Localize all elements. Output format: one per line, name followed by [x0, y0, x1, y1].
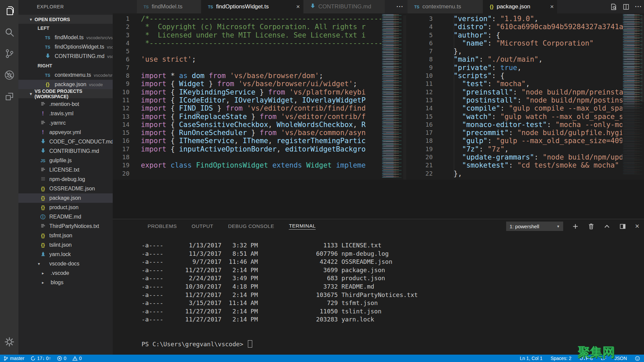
editor-body-right[interactable]: 345678910111213141516171819202122 "versi… [408, 13, 644, 219]
panel-tab-problems[interactable]: PROBLEMS [148, 223, 177, 230]
status-sync[interactable]: 17↓ 0↑ [31, 356, 51, 361]
minimap[interactable] [381, 14, 403, 178]
status-errors[interactable]: 0 [57, 356, 66, 361]
status-encoding[interactable]: UTF-8 [580, 356, 593, 361]
workspace-header-label: VS CODE PROJECTS (WORKSPACE) [35, 88, 113, 99]
tab-label: findOptionsWidget.ts [216, 3, 269, 10]
line-number-gutter: 1234567891011121314151617181920 [113, 15, 138, 178]
close-icon[interactable]: × [293, 3, 300, 10]
tree-item[interactable]: .mention-bot [18, 100, 113, 109]
list-file-icon [40, 101, 46, 108]
workspace-section-header[interactable]: ▾ VS CODE PROJECTS (WORKSPACE) [18, 89, 113, 98]
status-errors-label: 0 [64, 356, 66, 361]
open-preview-button[interactable] [610, 3, 617, 10]
tree-item[interactable]: .yarnrc [18, 118, 113, 128]
close-panel-button[interactable]: × [635, 223, 639, 230]
tree-item[interactable]: JSgulpfile.js [18, 156, 113, 165]
feedback-smiley-button[interactable] [635, 356, 640, 361]
activitybar-explorer[interactable] [0, 0, 18, 21]
tree-item[interactable]: CODE_OF_CONDUCT.md [18, 137, 113, 146]
code-line: "postinstall": "node build/npm/postinsta [445, 96, 623, 104]
tree-item-label: tsfmt.json [49, 233, 72, 239]
panel-tab-debug-console[interactable]: DEBUG CONSOLE [228, 223, 274, 230]
code-line: "author": { [445, 31, 623, 39]
tree-item[interactable]: {}tsfmt.json [18, 231, 113, 240]
tree-item[interactable]: CONTRIBUTING.md [18, 146, 113, 156]
open-editor-item[interactable]: CONTRIBUTING.mdvscode [18, 52, 113, 61]
status-eol[interactable]: LF [601, 356, 606, 361]
tree-item-label: yarn.lock [49, 251, 71, 257]
editor-body-left[interactable]: 1234567891011121314151617181920/*-------… [113, 13, 408, 219]
open-editor-label: contextmenu.tsvscode/src/... [55, 72, 113, 78]
kill-terminal-button[interactable] [588, 223, 595, 230]
chevron-right-icon: ▸ [42, 271, 44, 276]
tree-item[interactable]: !appveyor.yml [18, 128, 113, 137]
tree-folder[interactable]: ▾vscode-docs [18, 259, 113, 268]
open-editor-item[interactable]: TScontextmenu.tsvscode/src/... [18, 70, 113, 80]
tab-package.json[interactable]: {}package.json× [483, 0, 557, 13]
tree-item-label: product.json [49, 204, 78, 210]
activitybar-source-control[interactable] [0, 43, 18, 64]
maximize-panel-button[interactable] [603, 223, 610, 230]
tree-item[interactable]: ⓘREADME.md [18, 212, 113, 222]
tree-folder-label: vscode-docs [49, 261, 79, 267]
tab-contextmenu.ts[interactable]: TScontextmenu.ts [408, 0, 483, 13]
terminal-picker-dropdown[interactable]: 1: powershell ▼ [506, 222, 563, 231]
tree-item-label: gulpfile.js [49, 158, 72, 164]
tree-item[interactable]: {}OSSREADME.json [18, 184, 113, 193]
new-terminal-button[interactable] [572, 223, 579, 230]
move-panel-button[interactable] [619, 223, 626, 230]
activitybar-search[interactable] [0, 21, 18, 43]
vscode-window: EXPLORER ▾ OPEN EDITORS ▾ VS CODE PROJEC… [0, 0, 644, 362]
activitybar-settings[interactable] [0, 331, 18, 353]
open-editor-item[interactable]: TSfindOptionsWidget.tsvsco... [18, 42, 113, 52]
tree-folder[interactable]: ▸blogs [18, 278, 113, 287]
tab-findModel.ts[interactable]: TSfindModel.ts [137, 0, 201, 13]
activitybar-debug[interactable] [0, 64, 18, 86]
more-tabs-button[interactable]: ··· [396, 0, 404, 13]
tree-item-label: npm-debug.log [49, 176, 85, 182]
status-git-branch[interactable]: master [3, 356, 24, 361]
status-cursor-position[interactable]: Ln 1, Col 1 [520, 356, 543, 361]
panel-tab-output[interactable]: OUTPUT [192, 223, 213, 230]
tree-item[interactable]: {}package.json [18, 193, 113, 203]
code-line: "scripts": { [445, 72, 623, 80]
tab-CONTRIBUTING.md[interactable]: CONTRIBUTING.md [304, 0, 385, 13]
status-warnings[interactable]: 0 [72, 356, 82, 361]
close-icon[interactable]: × [547, 3, 554, 10]
split-editor-button[interactable] [623, 3, 630, 10]
js-file-icon: JS [40, 158, 46, 164]
tree-item[interactable]: npm-debug.log [18, 175, 113, 184]
branch-icon [3, 356, 8, 361]
list-file-icon [40, 167, 46, 173]
panel-tab-terminal[interactable]: TERMINAL [289, 223, 316, 230]
terminal-output[interactable]: -a---- 1/13/2017 3:32 PM 1133 LICENSE.tx… [142, 241, 418, 349]
tree-item[interactable]: {}product.json [18, 203, 113, 212]
editor-scrollbar[interactable] [641, 15, 644, 102]
open-editor-detail: vscode/src/... [94, 73, 113, 78]
status-language-mode[interactable]: JSON [614, 356, 627, 361]
code-line: import { CaseSensitiveCheckbox, WholeWor… [141, 121, 381, 129]
tree-item[interactable]: {}tslint.json [18, 240, 113, 250]
status-indentation[interactable]: Spaces: 2 [550, 356, 571, 361]
editor-scrollbar[interactable] [403, 15, 406, 183]
yarn-file-icon [40, 251, 46, 258]
tree-folder[interactable]: ▸.vscode [18, 268, 113, 278]
open-editor-item[interactable]: TSfindModel.tsvscode/src/vs/... [18, 33, 113, 42]
tree-item[interactable]: LICENSE.txt [18, 165, 113, 175]
ts-file-icon: TS [44, 72, 51, 78]
bang-file-icon: ! [40, 111, 46, 117]
code-line: * Licensed under the MIT License. See Li… [141, 31, 381, 39]
code-line: "private": true, [445, 64, 623, 72]
tree-item[interactable]: !.travis.yml [18, 109, 113, 118]
open-editor-detail: vscode/src/vs/... [86, 35, 113, 40]
tab-findOptionsWidget.ts[interactable]: TSfindOptionsWidget.ts× [201, 0, 304, 13]
tree-item[interactable]: yarn.lock [18, 250, 113, 259]
open-editor-item[interactable]: {}package.jsonvscode [18, 80, 113, 89]
tree-item[interactable]: ThirdPartyNotices.txt [18, 222, 113, 231]
code-line: 'use strict'; [141, 55, 381, 63]
activitybar-extensions[interactable] [0, 86, 18, 107]
more-actions-button[interactable]: ··· [635, 3, 642, 10]
open-editors-header[interactable]: ▾ OPEN EDITORS [18, 15, 113, 24]
code-line: "name": "Microsoft Corporation" [445, 39, 623, 47]
